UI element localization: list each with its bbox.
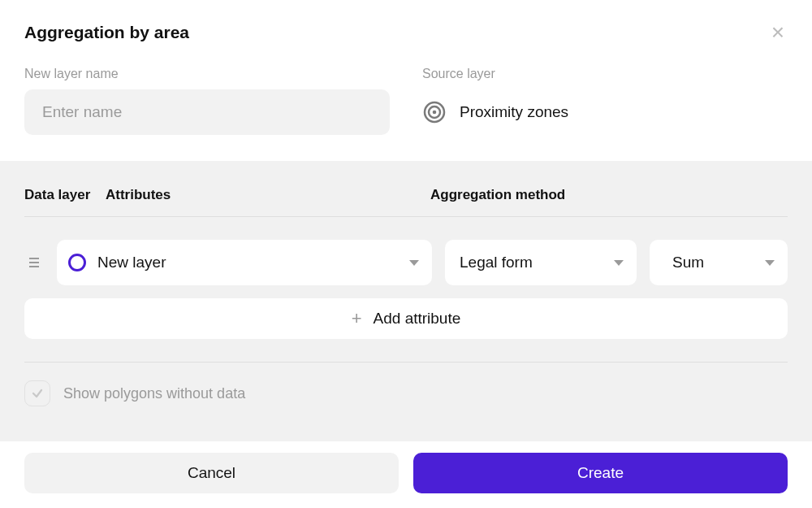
chevron-down-icon (765, 260, 775, 266)
show-polygons-checkbox[interactable] (24, 380, 50, 406)
svg-point-2 (433, 111, 437, 115)
source-layer-value: Proximity zones (460, 103, 568, 121)
create-button[interactable]: Create (413, 453, 788, 493)
new-layer-name-label: New layer name (24, 67, 390, 81)
chevron-down-icon (409, 260, 419, 266)
data-layer-select[interactable]: New layer (57, 240, 432, 285)
attribute-row: New layer Legal form Sum (24, 240, 788, 285)
svg-rect-3 (29, 258, 39, 259)
new-layer-name-input[interactable] (24, 89, 390, 135)
svg-rect-5 (29, 266, 39, 267)
chevron-down-icon (614, 260, 624, 266)
check-icon (31, 387, 44, 400)
divider (24, 362, 788, 363)
column-header-aggregation-method: Aggregation method (430, 187, 788, 203)
column-header-data-layer: Data layer (24, 187, 97, 203)
cancel-button[interactable]: Cancel (24, 453, 399, 493)
layer-ring-icon (68, 254, 86, 271)
add-attribute-label: Add attribute (374, 310, 461, 328)
plus-icon: + (352, 308, 362, 329)
data-layer-value: New layer (97, 254, 166, 271)
add-attribute-button[interactable]: + Add attribute (24, 298, 788, 339)
close-icon: × (771, 20, 784, 45)
attribute-value: Legal form (460, 254, 533, 271)
attribute-select[interactable]: Legal form (445, 240, 637, 285)
aggregation-method-select[interactable]: Sum (650, 240, 788, 285)
show-polygons-label: Show polygons without data (63, 385, 245, 402)
target-icon (422, 100, 447, 124)
modal-title: Aggregation by area (24, 23, 189, 42)
aggregation-method-value: Sum (672, 254, 704, 271)
close-button[interactable]: × (768, 18, 788, 47)
column-header-attributes: Attributes (106, 187, 422, 203)
source-layer-label: Source layer (422, 67, 788, 81)
svg-rect-4 (29, 262, 39, 263)
drag-handle[interactable] (24, 256, 44, 269)
